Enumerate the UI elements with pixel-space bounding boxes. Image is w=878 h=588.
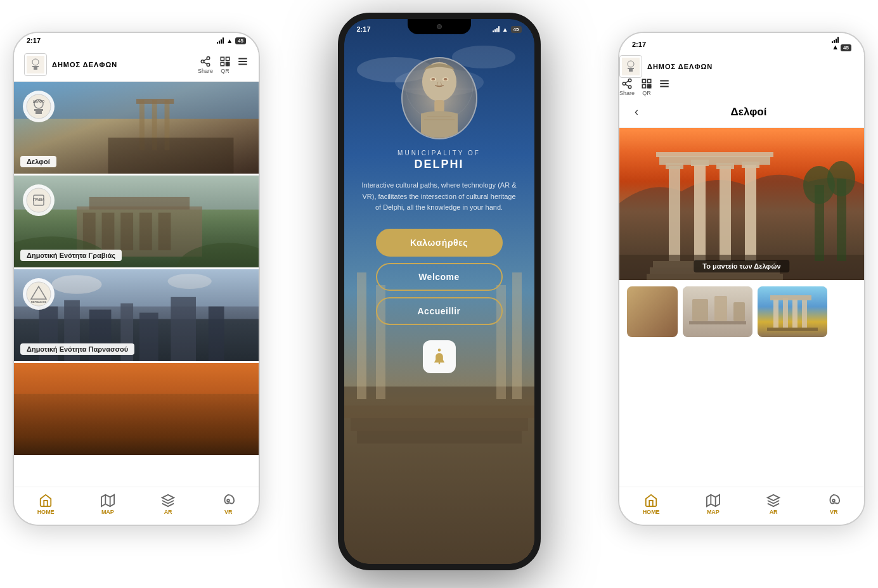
- right-share-btn[interactable]: Share: [619, 78, 635, 96]
- card-delfoi[interactable]: ΔΕΛΦΟ Δελφοί: [14, 82, 259, 176]
- btn-english[interactable]: Welcome: [376, 263, 503, 291]
- right-menu-btn[interactable]: [659, 78, 670, 96]
- svg-rect-91: [622, 58, 640, 75]
- svg-rect-100: [642, 79, 645, 82]
- card-parnassos[interactable]: ΠΑΡΝΑΣΣΟΣ Δημοτική Ενότητα Παρνασσού: [14, 269, 259, 363]
- svg-point-64: [228, 499, 230, 502]
- svg-text:ΔΕΛΦΟ: ΔΕΛΦΟ: [33, 99, 44, 103]
- svg-rect-114: [694, 163, 706, 261]
- right-app-header: ΔΗΜΟΣ ΔΕΛΦΩΝ Share: [619, 55, 864, 96]
- svg-rect-14: [226, 64, 228, 65]
- card-gravia-logo: ΓΡΑΒΙΑ: [23, 184, 55, 216]
- left-share-label: Share: [198, 68, 213, 74]
- right-nav-home-label: HOME: [643, 509, 660, 515]
- card-parnassos-label: Δημοτική Ενότητα Παρνασσού: [20, 343, 134, 355]
- svg-rect-85: [434, 100, 444, 112]
- svg-rect-139: [792, 299, 797, 328]
- right-thumb-0[interactable]: [627, 286, 678, 337]
- svg-rect-11: [221, 62, 224, 65]
- card-gravia-label: Δημοτική Ενότητα Γραβιάς: [20, 250, 122, 261]
- right-status-icons: ▲ 45: [832, 37, 851, 51]
- right-delphi-logo: [619, 55, 642, 78]
- btn-french[interactable]: Accueillir: [376, 297, 503, 325]
- left-header-icons: Share QR: [198, 56, 249, 74]
- svg-point-97: [628, 86, 631, 89]
- right-status-bar: 2:17 ▲ 45: [619, 33, 864, 55]
- svg-line-7: [203, 62, 207, 64]
- svg-marker-61: [101, 494, 114, 506]
- card-gravia[interactable]: ΓΡΑΒΙΑ Δημοτική Ενότητα Γραβιάς: [14, 176, 259, 269]
- center-camera: [437, 24, 442, 29]
- left-header-left: ΔΗΜΟΣ ΔΕΛΦΩΝ: [24, 53, 117, 76]
- card-delfoi-label: Δελφοί: [20, 156, 56, 167]
- svg-point-26: [27, 94, 51, 118]
- center-signal: [493, 26, 500, 32]
- left-nav-home[interactable]: HOME: [37, 494, 55, 515]
- right-header-icons: Share QR: [619, 78, 864, 96]
- right-hero: Το μαντείο των Δελφών: [619, 128, 864, 280]
- right-nav-map-label: MAP: [707, 509, 720, 515]
- center-title-large: DELPHI: [414, 158, 463, 171]
- left-menu-btn[interactable]: [237, 56, 249, 74]
- svg-rect-116: [720, 166, 731, 261]
- left-nav-ar-label: AR: [164, 509, 172, 515]
- svg-rect-102: [642, 85, 645, 88]
- left-nav-vr-label: VR: [224, 509, 233, 515]
- svg-rect-135: [689, 321, 746, 324]
- svg-rect-141: [770, 295, 811, 300]
- left-battery: 45: [235, 37, 246, 44]
- left-nav-map-label: MAP: [101, 509, 114, 515]
- svg-point-6: [207, 63, 210, 67]
- svg-line-98: [625, 84, 628, 86]
- accessibility-btn[interactable]: [423, 340, 456, 373]
- center-description: Interactive cultural paths, where techno…: [344, 180, 534, 214]
- left-nav-ar[interactable]: AR: [161, 494, 175, 515]
- svg-rect-94: [629, 69, 633, 72]
- left-share-btn[interactable]: Share: [198, 56, 213, 74]
- right-thumb-2[interactable]: [758, 286, 827, 337]
- right-page-title: Δελφοί: [643, 106, 854, 118]
- svg-rect-142: [767, 328, 818, 331]
- right-nav-map[interactable]: MAP: [706, 494, 720, 515]
- left-phone: 2:17 ▲ 45: [13, 32, 260, 526]
- right-qr-label: QR: [642, 90, 651, 96]
- svg-point-83: [431, 78, 435, 80]
- card-last[interactable]: [14, 363, 259, 457]
- center-battery: 45: [511, 26, 522, 33]
- left-nav-vr[interactable]: VR: [221, 494, 235, 515]
- svg-point-88: [437, 348, 441, 352]
- svg-rect-9: [221, 57, 224, 60]
- right-nav-ar-label: AR: [770, 509, 778, 515]
- left-status-bar: 2:17 ▲ 45: [14, 33, 259, 48]
- left-status-icons: ▲ 45: [217, 37, 246, 44]
- left-delphi-logo: [24, 53, 47, 76]
- svg-point-5: [201, 60, 204, 63]
- right-header-left: ΔΗΜΟΣ ΔΕΛΦΩΝ: [619, 55, 864, 78]
- left-nav-map[interactable]: MAP: [101, 494, 115, 515]
- svg-rect-138: [783, 298, 788, 328]
- right-nav-home[interactable]: HOME: [643, 494, 660, 515]
- svg-rect-106: [650, 87, 651, 88]
- left-qr-btn[interactable]: QR: [219, 56, 231, 74]
- right-back-btn[interactable]: ‹: [629, 103, 643, 121]
- svg-rect-93: [628, 68, 634, 69]
- center-bust-image: [401, 57, 477, 139]
- svg-rect-28: [34, 109, 43, 111]
- right-phone: 2:17 ▲ 45: [618, 32, 865, 526]
- svg-rect-140: [802, 300, 807, 328]
- svg-rect-105: [648, 87, 649, 88]
- right-wifi: ▲: [832, 43, 839, 51]
- right-thumb-1[interactable]: [683, 286, 752, 337]
- svg-rect-104: [650, 85, 651, 86]
- right-time: 2:17: [632, 41, 646, 48]
- right-qr-btn[interactable]: QR: [641, 78, 652, 96]
- svg-text:ΓΡΑΒΙΑ: ΓΡΑΒΙΑ: [33, 198, 45, 201]
- right-hero-label: Το μαντείο των Δελφών: [694, 260, 789, 272]
- phones-container: 2:17 ▲ 45: [0, 0, 878, 588]
- center-wifi: ▲: [502, 26, 508, 33]
- right-nav-ar[interactable]: AR: [766, 494, 780, 515]
- right-nav-vr[interactable]: VR: [827, 494, 841, 515]
- btn-greek[interactable]: Καλωσήρθες: [376, 229, 503, 257]
- center-phone-inner: 2:17 ▲ 45: [344, 19, 534, 564]
- center-content: MUNICIPALITY OF DELPHI Interactive cultu…: [344, 19, 534, 564]
